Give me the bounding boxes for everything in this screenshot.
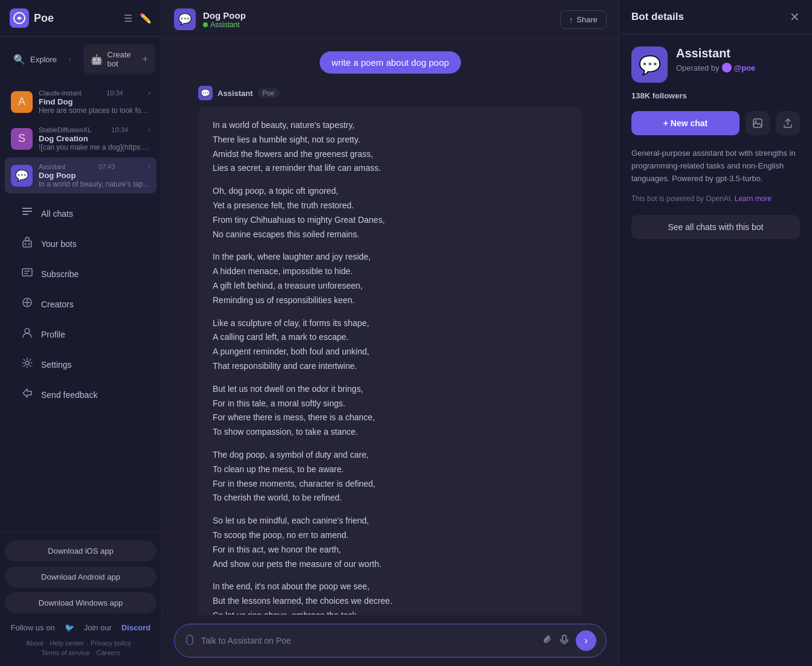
chat-info: Claude-instant 10:34 › Find Dog Here are… [39,89,150,115]
sidebar-item-your-bots[interactable]: Your bots [10,229,152,258]
poe-avatar [722,63,732,72]
chat-title: Dog Poop [39,171,150,180]
chat-title: Find Dog [39,97,150,106]
follow-twitter-text: Follow us on [11,623,55,632]
explore-button[interactable]: 🔍 Explore › [6,44,79,74]
download-ios-button[interactable]: Download iOS app [5,540,156,562]
chat-input[interactable] [201,636,536,645]
bot-icon: 🤖 [91,54,103,65]
poem-stanza-1: In a world of beauty, nature's tapestry,… [213,118,568,176]
footer-link-about[interactable]: About [26,639,44,647]
bot-header-status: Assistant [203,21,553,29]
sidebar-item-label: All chats [41,209,73,219]
chat-time: 07:43 [98,163,115,170]
sidebar-item-creators[interactable]: Creators [10,289,152,319]
sidebar-item-label: Settings [41,360,72,370]
sidebar-item-subscribe[interactable]: Subscribe [10,259,152,289]
avatar: 💬 [11,165,33,187]
share-label: Share [576,15,598,24]
chat-item[interactable]: S StableDiffusionXL 10:34 › Dog Creation… [5,121,156,156]
share-details-button[interactable] [776,111,800,135]
footer-link-careers[interactable]: Careers [97,649,120,656]
bot-msg-avatar: 💬 [198,86,213,100]
svg-point-3 [25,243,27,245]
details-bot-profile: 💬 Assistant Operated by @poe [631,46,800,83]
svg-rect-10 [562,635,566,641]
learn-more-link[interactable]: Learn more [735,194,772,203]
creators-icon [21,296,34,312]
see-all-chats-button[interactable]: See all chats with this bot [631,215,800,239]
user-bubble: write a poem about dog poop [320,51,461,74]
create-bot-label: Create bot [108,50,138,68]
download-windows-button[interactable]: Download Windows app [5,592,156,613]
details-operated: Operated by @poe [676,63,755,72]
download-android-button[interactable]: Download Android app [5,566,156,588]
new-chat-button[interactable]: + New chat [631,111,740,135]
sidebar-item-profile[interactable]: Profile [10,319,152,349]
poem-stanza-7: So let us be mindful, each canine's frie… [213,514,568,571]
bot-details-panel: Bot details ✕ 💬 Assistant Operated by @p… [619,0,812,666]
twitter-icon[interactable]: 🐦 [65,623,74,632]
bot-tag: Poe [258,88,280,98]
poem-stanza-4: Like a sculpture of clay, it forms its s… [213,316,568,374]
sidebar-item-label: Your bots [41,239,77,249]
image-icon-button[interactable] [746,111,770,135]
svg-point-12 [755,121,757,123]
bot-text-box: In a world of beauty, nature's tapestry,… [198,106,582,615]
avatar: A [11,91,33,113]
sidebar-item-all-chats[interactable]: All chats [10,199,152,228]
bot-message-header: 💬 Assistant Poe [198,86,582,100]
header-icons: ☰ ✏️ [124,13,152,24]
attach-icon[interactable] [184,634,195,648]
input-wrap: › [174,624,607,658]
menu-icon[interactable]: ☰ [124,13,132,24]
sidebar-header: Poe ☰ ✏️ [0,0,161,37]
bot-status-text: Assistant [210,21,240,29]
footer-link-privacy[interactable]: Privacy policy [91,639,131,647]
chat-item[interactable]: A Claude-instant 10:34 › Find Dog Here a… [5,84,156,120]
footer-link-help[interactable]: Help center [50,639,84,647]
chevron-icon: › [148,89,150,97]
edit-icon[interactable]: ✏️ [140,13,152,24]
followers-count: 138K followers [631,91,800,100]
explore-chevron: › [69,55,71,63]
chevron-icon: › [148,126,150,134]
footer-link-terms[interactable]: Terms of service [41,649,89,656]
avatar: S [11,128,33,150]
chat-time: 10:34 [106,89,123,97]
bot-name: StableDiffusionXL [39,126,91,133]
chat-time: 10:34 [111,126,128,133]
sidebar-item-label: Creators [41,299,74,309]
bot-header-avatar: 💬 [174,8,196,30]
poe-logo[interactable]: Poe [10,8,54,28]
sidebar-item-settings[interactable]: Settings [10,350,152,379]
poem-stanza-5: But let us not dwell on the odor it brin… [213,382,568,440]
bot-message: 💬 Assistant Poe In a world of beauty, na… [198,86,582,615]
mic-icon[interactable] [559,634,570,648]
paperclip-icon[interactable] [542,634,553,648]
create-bot-button[interactable]: 🤖 Create bot + [83,44,156,74]
bot-description: General-purpose assistant bot with stren… [631,147,800,185]
social-row: Follow us on 🐦 Join our Discord [5,618,156,637]
send-button[interactable]: › [576,630,596,651]
details-bot-info: Assistant Operated by @poe [676,46,755,72]
share-button[interactable]: ↑ Share [560,10,607,29]
chat-info: Assistant 07:43 › Dog Poop In a world of… [39,162,150,188]
user-message-wrap: write a poem about dog poop [198,51,582,74]
operator-name: @poe [734,63,756,72]
bot-msg-name: Assistant [218,89,253,98]
profile-icon [21,327,34,342]
all-chats-icon [21,206,34,221]
main-chat-area: 💬 Dog Poop Assistant ↑ Share write a poe… [162,0,619,666]
poe-logo-text: Poe [34,12,54,25]
feedback-icon [21,387,34,402]
share-icon: ↑ [569,15,573,24]
poem-stanza-6: The dog poop, a symbol of duty and care,… [213,448,568,505]
poe-logo-icon [10,8,29,28]
close-details-button[interactable]: ✕ [790,10,800,24]
svg-point-2 [25,237,29,241]
sidebar: Poe ☰ ✏️ 🔍 Explore › 🤖 Create bot + A Cl… [0,0,162,666]
discord-icon[interactable]: Discord [121,623,150,632]
chat-item-active[interactable]: 💬 Assistant 07:43 › Dog Poop In a world … [5,158,156,193]
sidebar-item-send-feedback[interactable]: Send feedback [10,380,152,409]
